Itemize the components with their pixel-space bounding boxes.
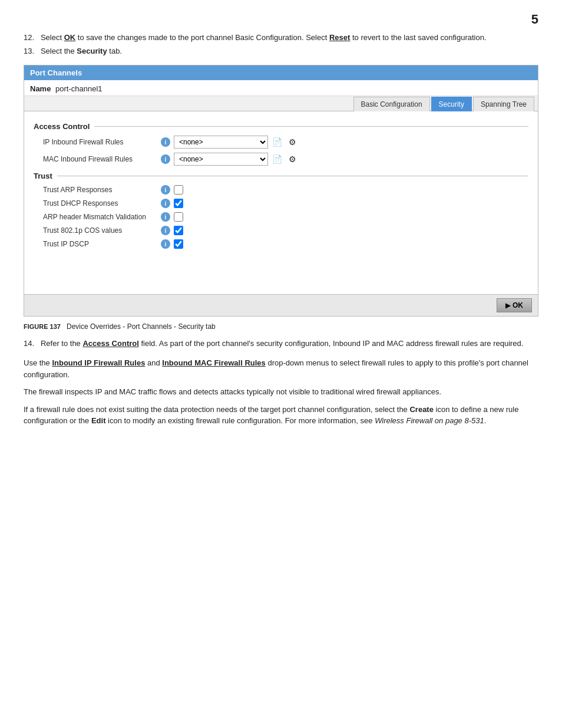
spacer [34, 253, 528, 288]
instruction-14: 14. Refer to the Access Control field. A… [24, 339, 538, 348]
ip-inbound-dropdown-container: <none> 📄 ⚙ [174, 136, 299, 149]
instruction-list-2: 14. Refer to the Access Control field. A… [24, 339, 538, 348]
tabs-row: Basic Configuration Security Spanning Tr… [24, 96, 538, 111]
name-label: Name [30, 84, 51, 93]
mac-inbound-row: MAC Inbound Firewall Rules i <none> 📄 ⚙ [34, 153, 528, 166]
mac-inbound-info-icon[interactable]: i [161, 154, 170, 164]
trust-arp-label: Trust ARP Responses [43, 186, 161, 194]
trust-dscp-checkbox[interactable] [174, 239, 183, 249]
trust-arp-checkbox[interactable] [174, 185, 183, 195]
paragraph-3: If a firewall rule does not exist suitin… [24, 404, 538, 427]
trust-section-title: Trust [34, 172, 528, 180]
tab-security[interactable]: Security [431, 97, 472, 111]
trust-cos-row: Trust 802.1p COS values i [34, 226, 528, 235]
ip-inbound-label: IP Inbound Firewall Rules [43, 138, 161, 146]
ok-arrow-icon: ▶ [505, 302, 510, 309]
trust-arp-row: Trust ARP Responses i [34, 185, 528, 195]
panel-footer: ▶ OK [24, 294, 538, 316]
page-number: 5 [24, 12, 538, 27]
instruction-list: 12. Select OK to save the changes made t… [24, 33, 538, 55]
trust-dhcp-row: Trust DHCP Responses i [34, 199, 528, 208]
mac-inbound-dropdown[interactable]: <none> [174, 153, 268, 166]
trust-dscp-info-icon[interactable]: i [161, 239, 170, 249]
channel-name-value: port-channel1 [55, 84, 103, 93]
trust-dscp-label: Trust IP DSCP [43, 240, 161, 248]
panel-header: Port Channels [24, 65, 538, 80]
access-control-section-title: Access Control [34, 122, 528, 131]
inbound-ip-rules-ref: Inbound IP Firewall Rules [52, 358, 145, 367]
arp-mismatch-label: ARP header Mismatch Validation [43, 213, 161, 221]
ip-inbound-row: IP Inbound Firewall Rules i <none> 📄 ⚙ [34, 136, 528, 149]
trust-dscp-row: Trust IP DSCP i [34, 239, 528, 249]
panel-content: Access Control IP Inbound Firewall Rules… [24, 111, 538, 294]
ip-inbound-create-icon[interactable]: 📄 [270, 136, 283, 149]
mac-inbound-edit-icon[interactable]: ⚙ [286, 153, 299, 166]
figure-label: FIGURE 137 [24, 323, 61, 330]
ok-label: OK [513, 301, 523, 309]
figure-caption-text: Device Overrides - Port Channels - Secur… [67, 322, 216, 331]
arp-mismatch-row: ARP header Mismatch Validation i [34, 212, 528, 222]
instruction-12: 12. Select OK to save the changes made t… [24, 33, 538, 42]
edit-ref: Edit [91, 416, 106, 425]
wireless-firewall-ref: Wireless Firewall on page 8-531 [375, 416, 484, 425]
trust-cos-checkbox[interactable] [174, 226, 183, 235]
port-channels-panel: Port Channels Name port-channel1 Basic C… [24, 65, 538, 317]
security-tab-reference: Security [77, 47, 107, 55]
paragraph-1: Use the Inbound IP Firewall Rules and In… [24, 357, 538, 380]
instruction-13: 13. Select the Security tab. [24, 47, 538, 55]
tab-basic-configuration[interactable]: Basic Configuration [353, 97, 430, 111]
arp-mismatch-info-icon[interactable]: i [161, 212, 170, 222]
trust-dhcp-info-icon[interactable]: i [161, 199, 170, 208]
trust-dhcp-checkbox[interactable] [174, 199, 183, 208]
trust-arp-info-icon[interactable]: i [161, 185, 170, 195]
tab-spanning-tree[interactable]: Spanning Tree [473, 97, 534, 111]
paragraph-2: The firewall inspects IP and MAC traffic… [24, 386, 538, 398]
trust-cos-info-icon[interactable]: i [161, 226, 170, 235]
inbound-mac-rules-ref: Inbound MAC Firewall Rules [162, 358, 266, 367]
ok-button[interactable]: ▶ OK [497, 298, 532, 312]
ip-inbound-dropdown[interactable]: <none> [174, 136, 268, 149]
trust-dhcp-label: Trust DHCP Responses [43, 199, 161, 207]
mac-inbound-create-icon[interactable]: 📄 [270, 153, 283, 166]
arp-mismatch-checkbox[interactable] [174, 212, 183, 222]
ip-inbound-edit-icon[interactable]: ⚙ [286, 136, 299, 149]
mac-inbound-dropdown-container: <none> 📄 ⚙ [174, 153, 299, 166]
ip-inbound-info-icon[interactable]: i [161, 137, 170, 147]
mac-inbound-label: MAC Inbound Firewall Rules [43, 155, 161, 163]
access-control-ref: Access Control [82, 339, 138, 348]
figure-caption: FIGURE 137 Device Overrides - Port Chann… [24, 322, 538, 331]
panel-name-row: Name port-channel1 [24, 80, 538, 96]
trust-cos-label: Trust 802.1p COS values [43, 226, 161, 235]
create-ref: Create [409, 405, 433, 414]
reset-reference: Reset [329, 33, 350, 42]
ok-reference: OK [64, 33, 76, 42]
